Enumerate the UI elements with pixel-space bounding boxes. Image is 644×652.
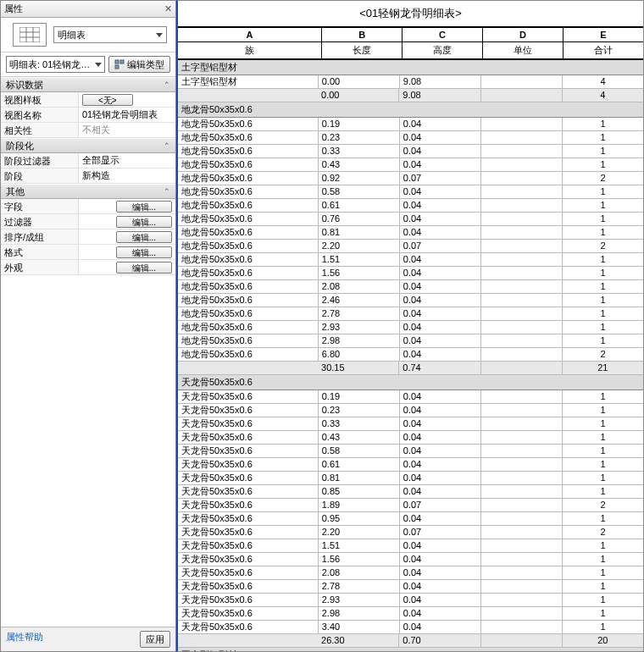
- property-row: 相关性不相关: [1, 123, 175, 138]
- property-value[interactable]: 编辑...: [79, 245, 175, 259]
- table-row[interactable]: 天龙骨50x35x0.61.560.041: [178, 553, 643, 566]
- column-header[interactable]: 长度: [322, 42, 402, 58]
- section-header[interactable]: 标识数据⌃: [1, 77, 175, 92]
- schedule-body[interactable]: 土字型铝型材土字型铝型材0.009.0840.009.084地龙骨50x35x0…: [178, 60, 643, 651]
- table-row[interactable]: 地龙骨50x35x0.62.200.072: [178, 240, 643, 253]
- property-value[interactable]: 编辑...: [79, 214, 175, 229]
- table-row[interactable]: 地龙骨50x35x0.60.430.041: [178, 158, 643, 172]
- chevron-down-icon: [95, 63, 102, 67]
- schedule-title: <01轻钢龙骨明细表>: [178, 1, 643, 26]
- table-row[interactable]: 地龙骨50x35x0.60.190.041: [178, 118, 643, 131]
- section-header[interactable]: 阶段化⌃: [1, 138, 175, 153]
- type-selector-row: 明细表: [1, 18, 175, 52]
- table-row[interactable]: 地龙骨50x35x0.60.760.041: [178, 213, 643, 226]
- table-row[interactable]: 天龙骨50x35x0.61.510.041: [178, 539, 643, 553]
- group-total-row: 30.150.7421: [178, 362, 643, 375]
- table-row[interactable]: 地龙骨50x35x0.62.080.041: [178, 280, 643, 294]
- property-value[interactable]: 编辑...: [79, 199, 175, 213]
- type-instance-label: 明细表: 01轻钢龙骨目: [9, 58, 95, 71]
- table-row[interactable]: 天龙骨50x35x0.60.230.041: [178, 404, 643, 417]
- type-selector-combo[interactable]: 明细表: [53, 26, 167, 43]
- edit-type-button[interactable]: 编辑类型: [108, 56, 170, 73]
- chevron-down-icon: [156, 33, 163, 37]
- column-letter[interactable]: B: [322, 28, 402, 41]
- table-row[interactable]: 天龙骨50x35x0.60.610.041: [178, 458, 643, 472]
- property-key: 相关性: [1, 123, 79, 137]
- property-value[interactable]: 编辑...: [79, 229, 175, 244]
- column-header[interactable]: 族: [178, 42, 322, 58]
- table-row[interactable]: 地龙骨50x35x0.60.330.041: [178, 145, 643, 158]
- property-row: 字段编辑...: [1, 199, 175, 214]
- table-row[interactable]: 天龙骨50x35x0.60.810.041: [178, 472, 643, 485]
- column-header[interactable]: 高度: [402, 42, 483, 58]
- table-row[interactable]: 地龙骨50x35x0.62.980.041: [178, 334, 643, 348]
- column-letter[interactable]: C: [402, 28, 483, 41]
- close-icon[interactable]: ✕: [164, 3, 172, 14]
- table-row[interactable]: 天龙骨50x35x0.62.930.041: [178, 594, 643, 607]
- column-letter[interactable]: E: [564, 28, 643, 41]
- table-row[interactable]: 天龙骨50x35x0.60.190.041: [178, 390, 643, 404]
- edit-button[interactable]: 编辑...: [116, 216, 172, 228]
- properties-panel: 属性 ✕ 明细表 明细表: 01轻钢龙骨目 编辑类型 标识数据⌃视图样板<无>视…: [0, 0, 176, 652]
- edit-button[interactable]: 编辑...: [116, 201, 172, 213]
- edit-type-icon: [114, 59, 125, 69]
- table-row[interactable]: 天龙骨50x35x0.60.950.041: [178, 512, 643, 526]
- table-row[interactable]: 地龙骨50x35x0.62.780.041: [178, 307, 643, 321]
- property-value[interactable]: 全部显示: [79, 153, 175, 168]
- group-header[interactable]: 地龙骨50x35x0.6: [178, 102, 643, 118]
- property-value[interactable]: 新构造: [79, 169, 175, 183]
- table-row[interactable]: 地龙骨50x35x0.62.460.041: [178, 294, 643, 307]
- apply-button[interactable]: 应用: [140, 631, 170, 648]
- table-row[interactable]: 天龙骨50x35x0.60.330.041: [178, 417, 643, 431]
- property-row: 视图名称01轻钢龙骨明细表: [1, 108, 175, 123]
- properties-help-link[interactable]: 属性帮助: [6, 631, 43, 648]
- property-row: 过滤器编辑...: [1, 214, 175, 229]
- table-row[interactable]: 天龙骨50x35x0.61.890.072: [178, 499, 643, 512]
- group-total-row: 0.009.084: [178, 89, 643, 102]
- table-row[interactable]: 地龙骨50x35x0.61.510.041: [178, 253, 643, 267]
- column-letter[interactable]: D: [483, 28, 564, 41]
- property-value[interactable]: 编辑...: [79, 260, 175, 274]
- section-header[interactable]: 其他⌃: [1, 184, 175, 199]
- table-row[interactable]: 天龙骨50x35x0.62.200.072: [178, 526, 643, 539]
- property-value[interactable]: 01轻钢龙骨明细表: [79, 108, 175, 122]
- table-row[interactable]: 地龙骨50x35x0.66.800.042: [178, 348, 643, 362]
- property-value[interactable]: 不相关: [79, 123, 175, 137]
- group-header[interactable]: 土字型铝型材: [178, 60, 643, 75]
- table-row[interactable]: 天龙骨50x35x0.62.780.041: [178, 580, 643, 594]
- edit-button[interactable]: 编辑...: [116, 231, 172, 243]
- edit-button[interactable]: 编辑...: [116, 262, 172, 274]
- table-row[interactable]: 地龙骨50x35x0.60.920.072: [178, 172, 643, 185]
- table-row[interactable]: 地龙骨50x35x0.61.560.041: [178, 267, 643, 280]
- svg-rect-7: [115, 65, 119, 69]
- group-header[interactable]: 工字型铝型材: [178, 648, 643, 651]
- table-row[interactable]: 地龙骨50x35x0.60.230.041: [178, 131, 643, 145]
- group-header[interactable]: 天龙骨50x35x0.6: [178, 375, 643, 390]
- type-instance-combo[interactable]: 明细表: 01轻钢龙骨目: [6, 56, 105, 73]
- table-row[interactable]: 天龙骨50x35x0.60.850.041: [178, 485, 643, 499]
- panel-title-bar: 属性 ✕: [1, 1, 175, 18]
- edit-button[interactable]: 编辑...: [116, 246, 172, 258]
- table-row[interactable]: 天龙骨50x35x0.63.400.041: [178, 621, 643, 634]
- table-row[interactable]: 天龙骨50x35x0.62.980.041: [178, 607, 643, 621]
- table-row[interactable]: 地龙骨50x35x0.60.580.041: [178, 185, 643, 199]
- column-header[interactable]: 单位: [483, 42, 564, 58]
- panel-footer: 属性帮助 应用: [1, 627, 175, 651]
- table-row[interactable]: 土字型铝型材0.009.084: [178, 75, 643, 89]
- property-key: 过滤器: [1, 214, 79, 229]
- table-row[interactable]: 天龙骨50x35x0.62.080.041: [178, 566, 643, 580]
- table-row[interactable]: 地龙骨50x35x0.60.610.041: [178, 199, 643, 213]
- property-value[interactable]: <无>: [79, 92, 175, 107]
- table-row[interactable]: 天龙骨50x35x0.60.580.041: [178, 445, 643, 458]
- column-letter[interactable]: A: [178, 28, 322, 41]
- section-body: 阶段过滤器全部显示阶段新构造: [1, 153, 175, 184]
- property-key: 视图名称: [1, 108, 79, 122]
- value-button[interactable]: <无>: [82, 94, 133, 106]
- collapse-icon: ⌃: [164, 80, 170, 89]
- table-row[interactable]: 天龙骨50x35x0.60.430.041: [178, 431, 643, 445]
- property-sections: 标识数据⌃视图样板<无>视图名称01轻钢龙骨明细表相关性不相关阶段化⌃阶段过滤器…: [1, 77, 175, 275]
- column-header[interactable]: 合计: [564, 42, 643, 58]
- table-row[interactable]: 地龙骨50x35x0.62.930.041: [178, 321, 643, 334]
- table-row[interactable]: 地龙骨50x35x0.60.810.041: [178, 226, 643, 240]
- schedule-view: <01轻钢龙骨明细表> ABCDE 族长度高度单位合计 土字型铝型材土字型铝型材…: [176, 0, 644, 652]
